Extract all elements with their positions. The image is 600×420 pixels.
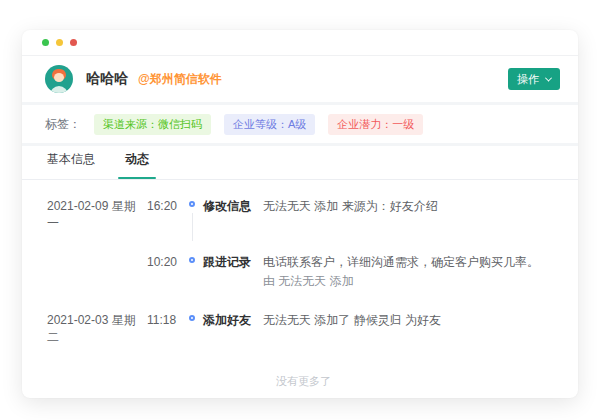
no-more-text: 没有更多了 xyxy=(47,374,560,389)
timeline-date: 2021-02-03 星期二 xyxy=(47,312,147,346)
timeline-event-title: 跟进记录 xyxy=(203,254,251,290)
company-link[interactable]: @郑州简信软件 xyxy=(138,71,222,88)
timeline-event-desc: 电话联系客户，详细沟通需求，确定客户购买几率。 xyxy=(263,255,539,269)
customer-name: 哈哈哈 xyxy=(86,70,128,88)
timeline-item: 2021-02-09 星期一 16:20 修改信息 无法无天 添加 来源为：好友… xyxy=(47,198,560,232)
profile-header: 哈哈哈 @郑州简信软件 操作 xyxy=(22,56,578,102)
tags-row: 标签： 渠道来源：微信扫码 企业等级：A级 企业潜力：一级 xyxy=(22,105,578,143)
tab-activity[interactable]: 动态 xyxy=(125,151,149,179)
timeline-event-title: 添加好友 xyxy=(203,312,251,346)
chevron-down-icon xyxy=(545,74,552,81)
timeline-dot-icon xyxy=(189,257,195,263)
timeline-connector-line xyxy=(192,213,193,241)
timeline-dot-icon xyxy=(189,315,195,321)
action-button-label: 操作 xyxy=(517,72,539,87)
avatar-body-shape xyxy=(50,86,68,93)
tab-bar: 基本信息 动态 xyxy=(22,146,578,180)
traffic-light-yellow-icon[interactable] xyxy=(56,39,63,46)
traffic-light-red-icon[interactable] xyxy=(70,39,77,46)
timeline-event-byline: 由 无法无天 添加 xyxy=(263,273,560,290)
timeline-item: 10:20 跟进记录 电话联系客户，详细沟通需求，确定客户购买几率。 由 无法无… xyxy=(47,254,560,290)
timeline-time: 11:18 xyxy=(147,312,181,346)
action-button[interactable]: 操作 xyxy=(508,68,560,90)
avatar xyxy=(45,65,73,93)
avatar-face-shape xyxy=(54,73,64,82)
timeline-item: 2021-02-03 星期二 11:18 添加好友 无法无天 添加了 静候灵归 … xyxy=(47,312,560,346)
tags-label: 标签： xyxy=(45,116,81,133)
tag-company-potential: 企业潜力：一级 xyxy=(328,114,423,135)
tag-company-level: 企业等级：A级 xyxy=(224,114,315,135)
timeline-date xyxy=(47,254,147,290)
activity-timeline: 2021-02-09 星期一 16:20 修改信息 无法无天 添加 来源为：好友… xyxy=(22,180,578,389)
tab-basic-info[interactable]: 基本信息 xyxy=(47,151,95,179)
timeline-event-title: 修改信息 xyxy=(203,198,251,232)
timeline-dot-icon xyxy=(189,201,195,207)
timeline-event-desc: 无法无天 添加 来源为：好友介绍 xyxy=(263,199,438,213)
timeline-time: 16:20 xyxy=(147,198,181,232)
timeline-time: 10:20 xyxy=(147,254,181,290)
tag-channel-source: 渠道来源：微信扫码 xyxy=(94,114,211,135)
timeline-date: 2021-02-09 星期一 xyxy=(47,198,147,232)
timeline-event-desc: 无法无天 添加了 静候灵归 为好友 xyxy=(263,313,441,327)
timeline-marker-icon xyxy=(181,312,203,346)
window-titlebar xyxy=(22,30,578,56)
traffic-light-green-icon[interactable] xyxy=(42,39,49,46)
timeline-marker-icon xyxy=(181,198,203,232)
timeline-marker-icon xyxy=(181,254,203,290)
profile-window: 哈哈哈 @郑州简信软件 操作 标签： 渠道来源：微信扫码 企业等级：A级 企业潜… xyxy=(22,30,578,398)
